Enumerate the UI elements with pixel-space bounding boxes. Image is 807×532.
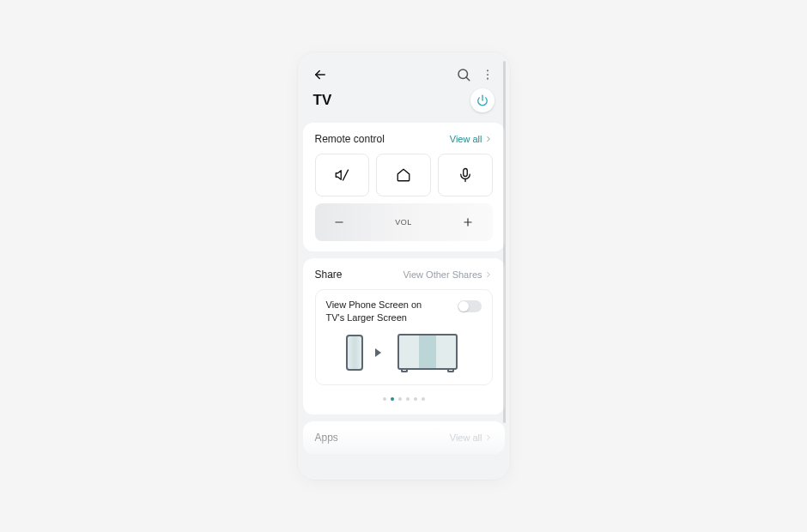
volume-bar: VOL — [315, 203, 493, 241]
apps-card: Apps View all — [303, 421, 505, 454]
power-icon — [476, 94, 488, 106]
chevron-right-icon — [484, 135, 493, 143]
svg-point-3 — [486, 70, 488, 71]
volume-label: VOL — [395, 218, 412, 227]
apps-view-all-link[interactable]: View all — [450, 432, 493, 443]
chevron-right-icon — [484, 433, 493, 442]
more-button[interactable] — [476, 63, 500, 87]
svg-rect-9 — [463, 169, 467, 177]
more-vertical-icon — [481, 68, 495, 82]
view-other-shares-label: View Other Shares — [403, 269, 482, 280]
card-header: Remote control View all — [315, 133, 493, 145]
carousel-dot[interactable] — [383, 397, 386, 401]
carousel-dot[interactable] — [422, 397, 425, 401]
phone-illustration-icon — [346, 335, 363, 371]
apps-section-title: Apps — [315, 432, 338, 444]
phone-frame: TV Remote control View all — [298, 52, 510, 480]
content-area: Remote control View all — [298, 123, 510, 480]
svg-point-5 — [486, 78, 488, 80]
view-all-label: View all — [450, 432, 482, 443]
home-icon — [396, 167, 411, 183]
svg-marker-7 — [337, 171, 342, 180]
top-bar — [298, 52, 510, 87]
carousel-dots[interactable] — [315, 397, 493, 401]
card-header: Apps View all — [315, 432, 493, 444]
back-button[interactable] — [308, 63, 332, 87]
chevron-right-icon — [484, 270, 493, 279]
carousel-dot[interactable] — [398, 397, 402, 401]
view-other-shares-link[interactable]: View Other Shares — [403, 269, 492, 280]
svg-line-8 — [343, 170, 349, 180]
remote-section-title: Remote control — [315, 133, 385, 145]
page-title: TV — [313, 92, 332, 109]
svg-point-4 — [486, 74, 488, 76]
mute-icon — [334, 167, 349, 183]
mute-button[interactable] — [315, 154, 370, 196]
microphone-icon — [458, 167, 473, 183]
home-button[interactable] — [376, 154, 431, 196]
remote-button-row — [315, 154, 493, 196]
carousel-dot[interactable] — [391, 397, 394, 401]
remote-view-all-link[interactable]: View all — [450, 134, 493, 144]
back-arrow-icon — [312, 67, 328, 82]
power-button[interactable] — [470, 88, 495, 112]
share-body: View Phone Screen on TV's Larger Screen — [315, 289, 493, 385]
view-all-label: View all — [450, 134, 482, 144]
minus-icon — [333, 216, 345, 228]
svg-line-2 — [466, 77, 470, 81]
volume-down-button[interactable] — [329, 212, 349, 233]
carousel-dot[interactable] — [414, 397, 417, 401]
volume-up-button[interactable] — [458, 212, 478, 233]
search-button[interactable] — [452, 63, 476, 87]
plus-icon — [462, 216, 474, 228]
share-illustration — [326, 334, 482, 372]
share-section-title: Share — [315, 269, 343, 281]
screen-share-toggle[interactable] — [458, 300, 482, 312]
share-card: Share View Other Shares View Phone Scree… — [303, 258, 505, 414]
title-bar: TV — [298, 87, 510, 123]
search-icon — [456, 67, 471, 82]
carousel-dot[interactable] — [406, 397, 410, 401]
voice-button[interactable] — [438, 154, 493, 196]
tv-illustration-icon — [393, 334, 462, 372]
play-triangle-icon — [375, 348, 381, 357]
card-header: Share View Other Shares — [315, 269, 493, 281]
share-description: View Phone Screen on TV's Larger Screen — [326, 299, 442, 325]
remote-control-card: Remote control View all — [303, 123, 505, 251]
